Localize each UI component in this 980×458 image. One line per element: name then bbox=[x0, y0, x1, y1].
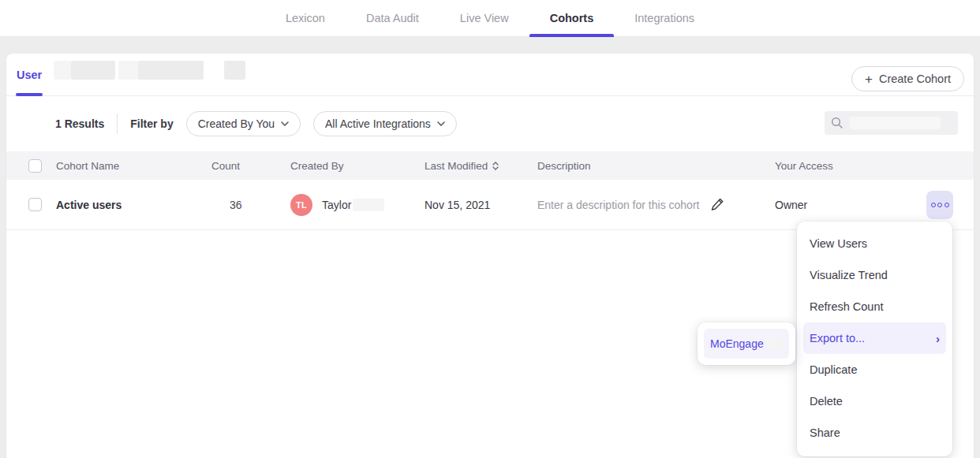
header-last-modified[interactable]: Last Modified bbox=[425, 160, 488, 172]
created-by-filter-dropdown[interactable]: Created By You bbox=[186, 111, 301, 136]
cohort-type-tabs: User + Create Cohort bbox=[6, 54, 974, 96]
tab-data-audit[interactable]: Data Audit bbox=[365, 0, 421, 37]
results-count: 1 Results bbox=[55, 117, 104, 130]
redacted-block bbox=[224, 61, 245, 80]
description-placeholder[interactable]: Enter a description for this cohort bbox=[537, 199, 699, 211]
filter-by-label: Filter by bbox=[130, 117, 173, 130]
redacted-block bbox=[850, 117, 941, 129]
redacted-block bbox=[71, 61, 115, 80]
redacted-block bbox=[54, 61, 71, 80]
header-count[interactable]: Count bbox=[211, 160, 290, 172]
edit-pencil-icon[interactable] bbox=[710, 197, 725, 212]
create-cohort-label: Create Cohort bbox=[879, 73, 951, 85]
dot-icon bbox=[931, 203, 936, 207]
select-all-checkbox[interactable] bbox=[28, 159, 42, 173]
menu-item-visualize-trend[interactable]: Visualize Trend bbox=[797, 259, 952, 291]
dot-icon bbox=[944, 203, 949, 207]
submenu-item-moengage[interactable]: MoEngage bbox=[704, 329, 789, 359]
menu-item-duplicate[interactable]: Duplicate bbox=[797, 354, 952, 385]
menu-item-refresh-count[interactable]: Refresh Count bbox=[797, 291, 952, 322]
divider bbox=[117, 114, 118, 134]
cohorts-toolbar: 1 Results Filter by Created By You All A… bbox=[6, 96, 974, 151]
search-input[interactable] bbox=[825, 111, 958, 135]
redacted-block bbox=[118, 61, 138, 80]
row-actions-menu-button[interactable] bbox=[926, 191, 953, 219]
cohort-name-link[interactable]: Active users bbox=[56, 199, 122, 211]
access-level: Owner bbox=[775, 199, 807, 211]
dot-icon bbox=[937, 203, 942, 207]
top-navigation: Lexicon Data Audit Live View Cohorts Int… bbox=[0, 0, 980, 37]
row-checkbox[interactable] bbox=[28, 198, 42, 211]
menu-item-export-to[interactable]: Export to... › bbox=[803, 322, 946, 354]
export-submenu: MoEngage bbox=[698, 322, 795, 365]
header-description[interactable]: Description bbox=[537, 160, 775, 172]
redacted-block bbox=[353, 199, 384, 211]
chevron-right-icon: › bbox=[936, 332, 940, 345]
tab-cohorts[interactable]: Cohorts bbox=[548, 0, 596, 37]
table-header-row: Cohort Name Count Created By Last Modifi… bbox=[6, 151, 974, 180]
tab-live-view[interactable]: Live View bbox=[458, 0, 511, 37]
header-created-by[interactable]: Created By bbox=[290, 160, 425, 172]
create-cohort-button[interactable]: + Create Cohort bbox=[851, 66, 964, 91]
created-by-filter-value: Created By You bbox=[198, 117, 275, 130]
sort-icon[interactable] bbox=[492, 162, 499, 170]
avatar: TL bbox=[290, 194, 312, 216]
last-modified-date: Nov 15, 2021 bbox=[425, 199, 490, 211]
plus-icon: + bbox=[865, 73, 873, 86]
integrations-filter-dropdown[interactable]: All Active Integrations bbox=[313, 111, 457, 136]
export-to-label: Export to... bbox=[810, 332, 865, 344]
row-actions-context-menu: View Users Visualize Trend Refresh Count… bbox=[797, 222, 952, 456]
search-icon bbox=[831, 117, 843, 129]
redacted-block bbox=[138, 61, 204, 80]
menu-item-delete[interactable]: Delete bbox=[797, 385, 952, 417]
cohort-count: 36 bbox=[211, 199, 242, 211]
chevron-down-icon bbox=[281, 121, 289, 126]
redacted-block bbox=[767, 337, 783, 350]
chevron-down-icon bbox=[437, 121, 445, 126]
tab-user-cohorts[interactable]: User bbox=[16, 54, 43, 96]
moengage-label: MoEngage bbox=[710, 337, 764, 350]
integrations-filter-value: All Active Integrations bbox=[325, 117, 431, 130]
tab-integrations[interactable]: Integrations bbox=[633, 0, 696, 37]
menu-item-view-users[interactable]: View Users bbox=[797, 228, 952, 259]
header-cohort-name[interactable]: Cohort Name bbox=[56, 160, 211, 172]
creator-first-name: Taylor bbox=[322, 199, 351, 211]
header-your-access[interactable]: Your Access bbox=[775, 160, 911, 172]
menu-item-share[interactable]: Share bbox=[797, 417, 952, 449]
tab-lexicon[interactable]: Lexicon bbox=[284, 0, 327, 37]
created-by-cell: TL Taylor bbox=[290, 194, 425, 216]
redacted-tabs bbox=[54, 61, 245, 80]
